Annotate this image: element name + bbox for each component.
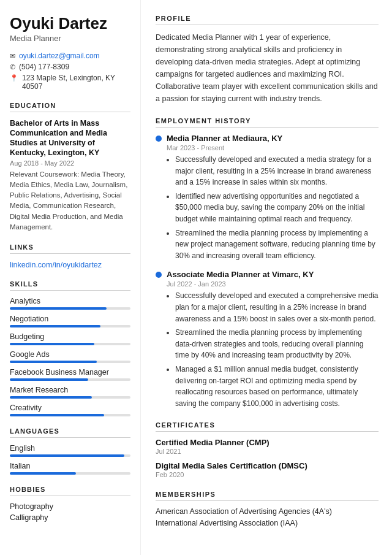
candidate-name: Oyuki Dartez — [10, 15, 130, 33]
skill-bar-bg — [10, 414, 130, 416]
job-header: Media Planner at Mediaura, KY — [156, 134, 379, 143]
job-entry: Media Planner at Mediaura, KY Mar 2023 -… — [156, 134, 379, 261]
job-bullet: Streamlined the media planning process b… — [175, 327, 379, 361]
job-bullets: Successfully developed and executed a co… — [167, 290, 379, 409]
links-title: LINKS — [10, 243, 130, 254]
certificate-entry: Digital Media Sales Certification (DMSC)… — [156, 461, 379, 478]
job-dot — [156, 136, 162, 142]
memberships-list: American Association of Advertising Agen… — [156, 507, 379, 527]
certificates-section: CERTIFICATES Certified Media Planner (CM… — [156, 421, 379, 478]
skill-item: Negotiation — [10, 315, 130, 327]
job-bullet: Successfully developed and executed a me… — [175, 154, 379, 188]
languages-title: LANGUAGES — [10, 427, 130, 438]
memberships-title: MEMBERSHIPS — [156, 491, 379, 501]
education-title: EDUCATION — [10, 102, 130, 112]
language-bar-fill — [10, 472, 76, 475]
skill-bar-bg — [10, 307, 130, 310]
links-section: LINKS linkedin.com/in/oyukidartez — [10, 243, 130, 269]
language-item: English — [10, 444, 130, 457]
skills-section: SKILLS Analytics Negotiation Budgeting G… — [10, 280, 130, 416]
skill-bar-fill — [10, 307, 107, 310]
skills-list: Analytics Negotiation Budgeting Google A… — [10, 297, 130, 416]
cert-date: Jul 2021 — [156, 448, 379, 455]
right-column: PROFILE Dedicated Media Planner with 1 y… — [141, 0, 392, 555]
edu-coursework: Relevant Coursework: Media Theory, Media… — [10, 169, 130, 233]
skill-name: Analytics — [10, 297, 130, 305]
membership-item: International Advertising Association (I… — [156, 519, 379, 527]
language-bar-fill — [10, 454, 124, 457]
language-name: English — [10, 444, 130, 453]
job-entry: Associate Media Planner at Vimarc, KY Ju… — [156, 270, 379, 409]
left-column: Oyuki Dartez Media Planner ✉ oyuki.darte… — [0, 0, 141, 555]
hobbies-title: HOBBIES — [10, 486, 130, 496]
skill-name: Google Ads — [10, 350, 130, 359]
hobby-item: Photography — [10, 502, 130, 511]
skill-name: Facebook Business Manager — [10, 368, 130, 377]
candidate-title: Media Planner — [10, 34, 130, 43]
profile-title: PROFILE — [156, 15, 379, 25]
job-title: Media Planner at Mediaura, KY — [167, 134, 282, 143]
job-bullet: Identified new advertising opportunities… — [175, 191, 379, 225]
memberships-section: MEMBERSHIPS American Association of Adve… — [156, 491, 379, 527]
profile-text: Dedicated Media Planner with 1 year of e… — [156, 31, 379, 105]
hobbies-section: HOBBIES PhotographyCalligraphy — [10, 486, 130, 522]
job-title: Associate Media Planner at Vimarc, KY — [167, 270, 314, 279]
skill-bar-bg — [10, 343, 130, 345]
linkedin-link[interactable]: linkedin.com/in/oyukidartez — [10, 261, 102, 269]
skill-bar-fill — [10, 361, 97, 363]
email-icon: ✉ — [10, 52, 15, 60]
location-icon: 📍 — [10, 74, 18, 82]
jobs-list: Media Planner at Mediaura, KY Mar 2023 -… — [156, 134, 379, 409]
skill-bar-bg — [10, 325, 130, 327]
hobby-item: Calligraphy — [10, 513, 130, 522]
hobbies-list: PhotographyCalligraphy — [10, 502, 130, 522]
resume-container: Oyuki Dartez Media Planner ✉ oyuki.darte… — [0, 0, 392, 555]
cert-name: Digital Media Sales Certification (DMSC) — [156, 461, 379, 470]
job-dot — [156, 272, 162, 278]
skill-bar-fill — [10, 378, 88, 381]
skills-title: SKILLS — [10, 280, 130, 291]
phone-icon: ✆ — [10, 63, 15, 71]
cert-date: Feb 2020 — [156, 471, 379, 478]
contact-address: 📍 123 Maple St, Lexington, KY 40507 — [10, 74, 130, 91]
job-dates: Mar 2023 - Present — [167, 144, 379, 151]
edu-dates: Aug 2018 - May 2022 — [10, 159, 130, 167]
skill-item: Market Research — [10, 386, 130, 399]
edu-degree: Bachelor of Arts in Mass Communication a… — [10, 118, 130, 158]
job-header: Associate Media Planner at Vimarc, KY — [156, 270, 379, 279]
skill-item: Facebook Business Manager — [10, 368, 130, 381]
languages-section: LANGUAGES English Italian — [10, 427, 130, 475]
job-bullet: Successfully developed and executed a co… — [175, 290, 379, 324]
membership-item: American Association of Advertising Agen… — [156, 507, 379, 516]
job-dates: Jul 2022 - Jan 2023 — [167, 280, 379, 288]
skill-name: Market Research — [10, 386, 130, 394]
skill-bar-bg — [10, 396, 130, 399]
skill-item: Creativity — [10, 404, 130, 416]
language-bar-bg — [10, 472, 130, 475]
language-item: Italian — [10, 462, 130, 475]
languages-list: English Italian — [10, 444, 130, 475]
contact-email: ✉ oyuki.dartez@gmail.com — [10, 52, 130, 60]
skill-bar-bg — [10, 361, 130, 363]
skill-bar-fill — [10, 325, 100, 327]
certificate-entry: Certified Media Planner (CMP) Jul 2021 — [156, 438, 379, 455]
skill-bar-fill — [10, 414, 104, 416]
job-bullet: Streamlined the media planning process b… — [175, 228, 379, 262]
job-bullets: Successfully developed and executed a me… — [167, 154, 379, 261]
skill-bar-fill — [10, 343, 94, 345]
certificates-title: CERTIFICATES — [156, 421, 379, 432]
skill-name: Budgeting — [10, 332, 130, 341]
education-section: EDUCATION Bachelor of Arts in Mass Commu… — [10, 102, 130, 233]
skill-bar-bg — [10, 378, 130, 381]
employment-section: EMPLOYMENT HISTORY Media Planner at Medi… — [156, 117, 379, 409]
certificates-list: Certified Media Planner (CMP) Jul 2021 D… — [156, 438, 379, 478]
skill-bar-fill — [10, 396, 92, 399]
contact-phone: ✆ (504) 177-8309 — [10, 63, 130, 71]
linkedin-link-item: linkedin.com/in/oyukidartez — [10, 260, 130, 269]
language-name: Italian — [10, 462, 130, 470]
employment-title: EMPLOYMENT HISTORY — [156, 117, 379, 128]
language-bar-bg — [10, 454, 130, 457]
email-link[interactable]: oyuki.dartez@gmail.com — [19, 52, 100, 60]
skill-item: Google Ads — [10, 350, 130, 363]
skill-item: Analytics — [10, 297, 130, 310]
